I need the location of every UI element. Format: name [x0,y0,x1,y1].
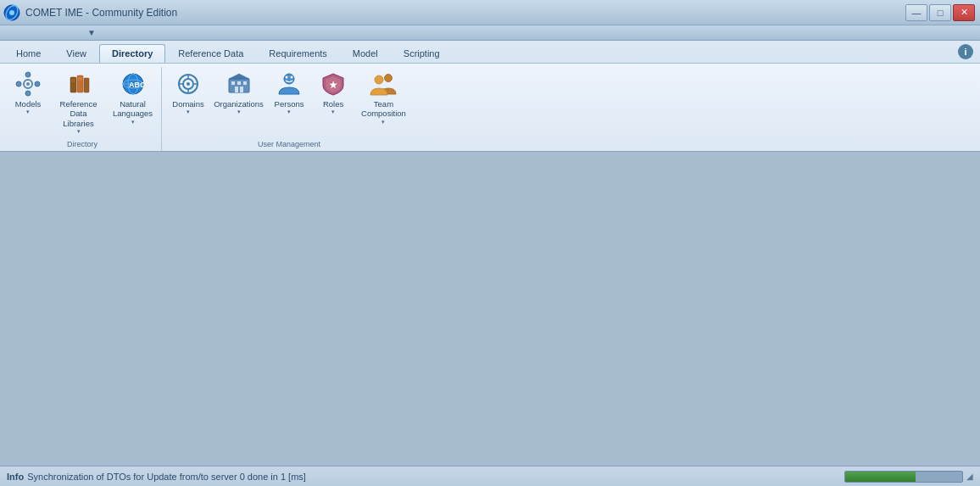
directory-group-label: Directory [7,138,158,151]
organizations-arrow: ▾ [237,109,241,115]
svg-rect-33 [240,87,243,92]
team-composition-button[interactable]: TeamComposition ▾ [356,67,411,129]
app-logo [3,4,20,21]
svg-point-23 [187,82,190,86]
reference-data-libraries-button[interactable]: Reference DataLibraries ▾ [51,67,106,138]
tab-requirements[interactable]: Requirements [256,44,339,63]
persons-arrow: ▾ [287,109,291,115]
title-bar: COMET IME - Community Edition — □ ✕ [0,0,980,25]
reference-data-libraries-label: Reference DataLibraries [56,99,101,128]
organizations-icon [226,70,253,98]
natural-languages-icon: ABC [120,70,147,98]
progress-bar [844,471,963,483]
svg-point-4 [26,82,30,86]
content-area [0,152,980,466]
roles-icon: ★ [320,70,347,98]
minimize-button[interactable]: — [905,4,927,21]
svg-point-8 [35,81,40,87]
team-composition-icon [370,70,397,98]
reference-data-libraries-icon [65,70,92,98]
team-composition-label: TeamComposition [361,99,406,119]
title-bar-left: COMET IME - Community Edition [3,4,177,21]
ribbon-container: Home View Directory Reference Data Requi… [0,41,980,152]
user-mgmt-group-label: User Management [167,138,411,151]
natural-languages-label: NaturalLanguages [113,99,153,119]
domains-icon [175,70,202,98]
organizations-button[interactable]: Organizations ▾ [211,67,266,119]
roles-button[interactable]: ★ Roles ▾ [312,67,354,119]
status-prefix: Info [7,472,24,482]
quick-access-item[interactable]: ▼ [85,28,98,37]
svg-point-7 [16,81,21,87]
models-icon [14,70,42,98]
reference-libraries-arrow: ▾ [77,128,81,135]
close-button[interactable]: ✕ [953,4,975,21]
tab-model[interactable]: Model [340,44,391,63]
models-label: Models [15,99,42,109]
maximize-button[interactable]: □ [929,4,951,21]
tab-directory[interactable]: Directory [99,44,165,63]
domains-arrow: ▾ [187,109,190,115]
status-right: ◢ [844,471,973,483]
resize-handle: ◢ [966,472,973,481]
svg-point-5 [25,72,31,77]
roles-label: Roles [323,99,343,109]
progress-fill [845,472,916,482]
natural-languages-arrow: ▾ [131,119,135,126]
svg-rect-30 [237,81,241,85]
svg-point-37 [291,76,293,79]
tab-reference-data[interactable]: Reference Data [165,44,256,63]
window-controls: — □ ✕ [905,4,975,21]
svg-rect-32 [235,87,238,92]
svg-point-6 [25,91,31,96]
svg-point-35 [284,74,294,84]
svg-point-40 [375,75,383,84]
domains-label: Domains [172,99,204,109]
svg-rect-29 [231,81,235,85]
persons-icon [276,70,303,98]
ribbon-group-directory: Models ▾ [3,67,162,151]
user-mgmt-items: Domains ▾ [167,67,411,138]
tab-home[interactable]: Home [3,44,53,63]
svg-point-39 [385,75,393,82]
models-arrow: ▾ [26,109,30,115]
team-composition-arrow: ▾ [381,119,385,126]
svg-text:ABC: ABC [129,81,146,89]
directory-items: Models ▾ [7,67,158,138]
status-bar: Info Synchronization of DTOs for Update … [0,466,980,486]
app-window: COMET IME - Community Edition — □ ✕ ▼ Ho… [0,0,980,486]
organizations-label: Organizations [214,99,264,109]
ribbon: Models ▾ [0,63,980,151]
status-message: Synchronization of DTOs for Update from/… [27,472,306,482]
persons-label: Persons [275,99,304,109]
tab-scripting[interactable]: Scripting [391,44,453,63]
svg-rect-28 [229,79,249,92]
svg-text:★: ★ [329,80,338,90]
models-button[interactable]: Models ▾ [7,67,49,119]
svg-point-36 [286,76,288,79]
quick-access-toolbar: ▼ [0,25,980,41]
tab-view[interactable]: View [53,44,99,63]
svg-marker-34 [229,74,249,79]
ribbon-group-user-management: Domains ▾ [164,67,415,151]
natural-languages-button[interactable]: ABC NaturalLanguages ▾ [108,67,158,129]
menu-tabs: Home View Directory Reference Data Requi… [0,41,980,63]
window-title: COMET IME - Community Edition [25,7,177,19]
svg-rect-31 [243,81,247,85]
roles-arrow: ▾ [331,109,335,115]
persons-button[interactable]: Persons ▾ [268,67,310,119]
info-icon[interactable]: i [958,44,973,59]
domains-button[interactable]: Domains ▾ [167,67,209,119]
svg-rect-11 [84,78,89,92]
svg-point-2 [9,10,14,15]
